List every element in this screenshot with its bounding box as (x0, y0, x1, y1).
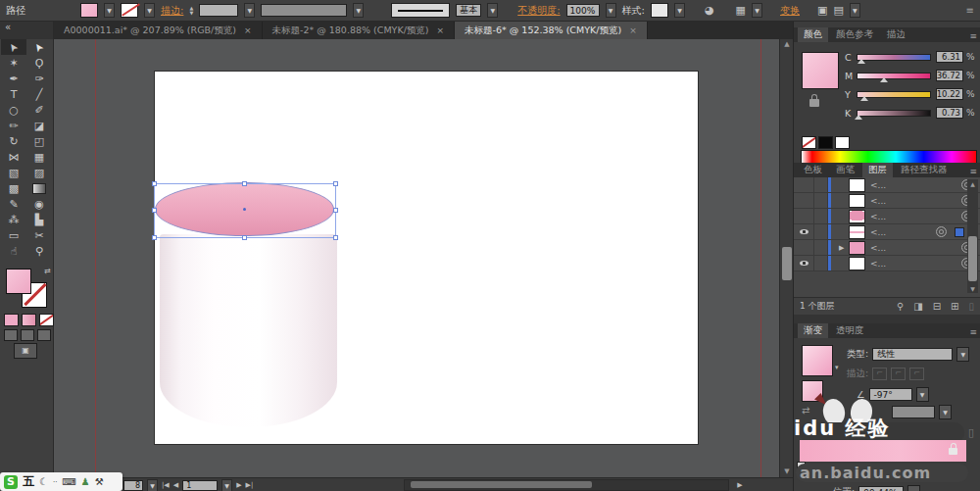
channel-slider[interactable] (857, 73, 931, 79)
recolor-artwork-icon[interactable]: ◕ (705, 4, 714, 17)
blend-tool[interactable]: ◉ (26, 196, 52, 212)
visibility-toggle[interactable] (794, 193, 814, 208)
style-dd-icon[interactable]: ▼ (674, 3, 685, 18)
opacity-label[interactable]: 不透明度: (517, 4, 560, 18)
layer-label[interactable]: <... (870, 243, 961, 253)
keyboard-icon[interactable]: ⌨ (62, 476, 75, 487)
lasso-tool[interactable]: Ϙ (26, 55, 52, 71)
gradient-slider-bar[interactable] (800, 440, 966, 462)
rotate-tool[interactable]: ↻ (1, 133, 26, 149)
layer-label[interactable]: <... (870, 180, 961, 190)
tab-gradient[interactable]: 渐变 (798, 323, 828, 338)
stroke-across-icon[interactable]: ⌐ (909, 368, 924, 380)
select-similar-dd-icon[interactable]: ▼ (752, 3, 762, 18)
lock-toggle[interactable] (814, 256, 828, 270)
layer-label[interactable]: <... (870, 212, 961, 221)
select-similar-icon[interactable]: ▦ (736, 4, 746, 17)
lock-toggle[interactable] (814, 193, 828, 208)
zoom-level-field[interactable]: 8 (123, 480, 143, 491)
gradient-tool[interactable] (26, 180, 52, 196)
lock-toggle[interactable] (814, 177, 828, 192)
artboard-tool[interactable]: ▭ (1, 227, 26, 243)
hscroll-thumb[interactable] (411, 481, 592, 488)
hand-tool[interactable]: ☝ (1, 243, 26, 259)
ellipse-tool[interactable]: ○ (1, 102, 26, 118)
free-transform-tool[interactable]: ▦ (26, 149, 52, 165)
visibility-toggle[interactable] (794, 209, 814, 223)
visibility-toggle[interactable] (794, 177, 814, 192)
fill-proxy-swatch[interactable] (6, 269, 31, 294)
distribute-icon[interactable]: ▤ (833, 4, 843, 17)
angle-dd-icon[interactable]: ▼ (916, 387, 929, 402)
shape-builder-tool[interactable]: ▧ (1, 165, 26, 180)
visibility-toggle[interactable] (794, 256, 814, 270)
magic-wand-tool[interactable]: ✶ (1, 55, 26, 71)
layer-row-2[interactable]: ▶ <... (794, 193, 980, 209)
paintbrush-tool[interactable]: ✐ (26, 102, 52, 118)
width-profile-field[interactable] (261, 4, 347, 17)
artboard-number-field[interactable]: 1 (182, 480, 218, 491)
scale-tool[interactable]: ◰ (26, 133, 52, 149)
locate-object-icon[interactable]: ⚲ (897, 301, 904, 312)
distribute-dd-icon[interactable]: ▼ (850, 3, 860, 18)
tab-color-guide[interactable]: 颜色参考 (830, 27, 879, 42)
eyedropper-tool[interactable]: ✎ (1, 196, 26, 212)
lock-toggle[interactable] (814, 240, 828, 255)
layers-scroll-down-icon[interactable]: ▼ (967, 284, 978, 293)
selection-tool[interactable]: ➤ (1, 39, 26, 55)
pencil-tool[interactable]: ✏ (1, 118, 26, 133)
prev-artboard-icon[interactable]: ◀ (173, 481, 178, 489)
handle-e[interactable] (333, 208, 338, 213)
mesh-tool[interactable]: ▩ (1, 180, 26, 196)
layer-row-6[interactable]: ▶ <... (794, 256, 980, 271)
layers-scrollbar[interactable]: ▲ ▼ (967, 179, 978, 293)
handle-w[interactable] (152, 208, 157, 213)
first-artboard-icon[interactable]: |◀ (162, 481, 170, 489)
eraser-tool[interactable]: ◪ (26, 118, 52, 133)
gradient-swatch[interactable] (802, 345, 833, 376)
scroll-down-icon[interactable]: ▼ (780, 466, 794, 477)
collapse-icon[interactable]: « (5, 22, 11, 32)
cup-body-shape[interactable] (160, 234, 337, 427)
stroke-color-swatch[interactable] (121, 3, 138, 18)
draw-normal-button[interactable] (4, 329, 18, 341)
location-dd-icon[interactable]: ▼ (907, 485, 920, 491)
stroke-dropdown-icon[interactable]: ▼ (144, 3, 155, 18)
lock-toggle[interactable] (814, 209, 828, 223)
tab-transparency[interactable]: 透明度 (830, 323, 870, 338)
brush-definition-value[interactable]: 基本 (456, 4, 481, 17)
tab-pathfinder[interactable]: 路径查找器 (895, 163, 954, 177)
tab-brushes[interactable]: 画笔 (830, 163, 860, 177)
slider-thumb-icon[interactable] (880, 77, 888, 82)
last-artboard-icon[interactable]: ▶| (246, 481, 254, 489)
tab-swatches[interactable]: 色板 (798, 163, 828, 177)
current-color-swatch[interactable] (802, 52, 839, 89)
doc-tab-close-icon[interactable]: × (437, 25, 445, 35)
transform-link[interactable]: 变换 (780, 4, 800, 18)
column-graph-tool[interactable]: ▙ (26, 212, 52, 227)
gradient-button[interactable] (22, 314, 36, 326)
tab-color[interactable]: 颜色 (798, 27, 828, 42)
gradient-fill-proxy[interactable] (802, 380, 823, 402)
channel-value-field[interactable]: 10.22 (936, 88, 963, 100)
brush-dd-icon[interactable]: ▼ (487, 3, 498, 18)
ime-assist-icon[interactable]: ♟ (81, 476, 90, 487)
stroke-within-icon[interactable]: ⌐ (872, 368, 887, 380)
draw-inside-button[interactable] (37, 329, 51, 341)
layers-scroll-thumb[interactable] (968, 236, 977, 281)
screen-mode-button[interactable]: ▣ (14, 343, 37, 359)
gradient-swatch-dd-icon[interactable]: ▾ (835, 364, 839, 371)
make-clip-mask-icon[interactable]: ◨ (913, 301, 922, 312)
hscroll-right-icon[interactable]: ▶ (737, 481, 742, 489)
new-sublayer-icon[interactable]: ⊟ (933, 301, 941, 312)
channel-slider[interactable] (857, 110, 931, 117)
layer-row-1[interactable]: ▶ <... (794, 177, 980, 193)
ime-mode-label[interactable]: 五 (23, 473, 34, 490)
vscroll-thumb[interactable] (782, 247, 792, 280)
handle-nw[interactable] (152, 181, 157, 186)
tab-stroke[interactable]: 描边 (881, 27, 911, 42)
next-artboard-icon[interactable]: ▶ (236, 481, 241, 489)
slider-thumb-icon[interactable] (860, 96, 868, 101)
canvas-vscrollbar[interactable]: ▲ ▼ (779, 39, 793, 477)
layers-panel-menu-icon[interactable]: ≡ (969, 167, 977, 176)
